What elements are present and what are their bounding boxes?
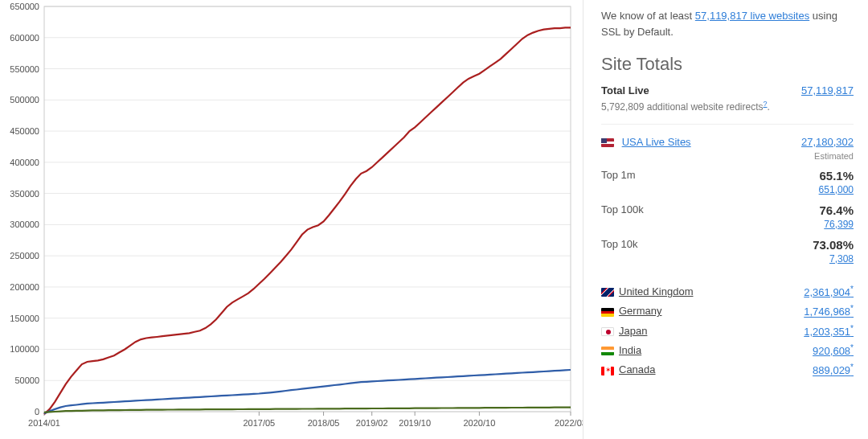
svg-text:2018/05: 2018/05 bbox=[308, 418, 340, 428]
country-row: India920,608* bbox=[601, 343, 854, 357]
redirects-text: 5,792,809 additional website redirects?. bbox=[601, 100, 854, 113]
usa-row: USA Live Sites 27,180,302 bbox=[601, 136, 854, 148]
ca-flag-icon bbox=[601, 367, 614, 375]
country-row: Germany1,746,968* bbox=[601, 304, 854, 318]
country-value[interactable]: 2,361,904* bbox=[804, 285, 854, 298]
svg-text:650000: 650000 bbox=[10, 2, 39, 11]
top-1m-block: Top 1m 65.1% 651,000 bbox=[601, 169, 854, 195]
section-title: Site Totals bbox=[601, 54, 854, 75]
country-list: United Kingdom2,361,904*Germany1,746,968… bbox=[601, 285, 854, 377]
top-10k-count[interactable]: 7,308 bbox=[829, 253, 854, 265]
total-live-value[interactable]: 57,119,817 bbox=[801, 84, 854, 96]
total-live-row: Total Live 57,119,817 bbox=[601, 84, 854, 96]
country-value[interactable]: 920,608* bbox=[813, 343, 854, 357]
country-name-wrap: Japan bbox=[601, 325, 647, 337]
svg-text:500000: 500000 bbox=[10, 95, 39, 105]
de-flag-icon bbox=[601, 308, 614, 317]
top-1m-label: Top 1m bbox=[601, 169, 636, 183]
top-100k-label: Top 100k bbox=[601, 203, 644, 217]
us-flag-icon bbox=[601, 138, 614, 147]
svg-text:50000: 50000 bbox=[14, 375, 39, 385]
uk-flag-icon bbox=[601, 288, 614, 297]
intro-prefix: We know of at least bbox=[601, 10, 695, 22]
chart-svg: 0500001000001500002000002500003000003500… bbox=[0, 0, 583, 434]
svg-text:250000: 250000 bbox=[10, 251, 39, 261]
svg-text:2019/02: 2019/02 bbox=[356, 418, 388, 428]
svg-text:2019/10: 2019/10 bbox=[399, 418, 431, 428]
in-flag-icon bbox=[601, 347, 614, 355]
redirects-count: 5,792,809 bbox=[601, 101, 644, 113]
top-10k-percent: 73.08% bbox=[813, 238, 854, 252]
usa-value[interactable]: 27,180,302 bbox=[801, 136, 854, 148]
country-link[interactable]: United Kingdom bbox=[619, 285, 694, 297]
country-row: Canada889,029* bbox=[601, 363, 854, 376]
usa-estimated: Estimated bbox=[601, 151, 854, 161]
top-10k-label: Top 10k bbox=[601, 238, 638, 252]
top-10k-block: Top 10k 73.08% 7,308 bbox=[601, 238, 854, 265]
svg-text:0: 0 bbox=[35, 407, 39, 416]
country-name-wrap: India bbox=[601, 344, 641, 356]
usa-link[interactable]: USA Live Sites bbox=[622, 136, 691, 148]
svg-text:400000: 400000 bbox=[10, 158, 39, 167]
svg-text:150000: 150000 bbox=[10, 314, 39, 323]
series-top-1m bbox=[44, 27, 571, 414]
svg-text:600000: 600000 bbox=[10, 33, 39, 43]
top-100k-block: Top 100k 76.4% 76,399 bbox=[601, 203, 854, 230]
intro-text: We know of at least 57,119,817 live webs… bbox=[601, 8, 854, 39]
svg-text:2022/03: 2022/03 bbox=[555, 418, 583, 428]
svg-text:350000: 350000 bbox=[10, 189, 39, 199]
country-row: United Kingdom2,361,904* bbox=[601, 285, 854, 298]
total-live-label: Total Live bbox=[601, 84, 649, 96]
svg-text:2017/05: 2017/05 bbox=[243, 418, 275, 428]
country-name-wrap: United Kingdom bbox=[601, 285, 694, 297]
separator bbox=[601, 124, 854, 125]
country-value[interactable]: 889,029* bbox=[813, 363, 854, 376]
usage-chart: 0500001000001500002000002500003000003500… bbox=[0, 0, 583, 439]
svg-text:300000: 300000 bbox=[10, 220, 39, 229]
svg-text:200000: 200000 bbox=[10, 282, 39, 292]
country-value[interactable]: 1,746,968* bbox=[804, 304, 854, 318]
top-100k-count[interactable]: 76,399 bbox=[824, 219, 854, 230]
country-value[interactable]: 1,203,351* bbox=[804, 324, 854, 338]
jp-flag-icon bbox=[601, 327, 614, 336]
side-panel: We know of at least 57,119,817 live webs… bbox=[583, 0, 868, 439]
svg-text:550000: 550000 bbox=[10, 64, 39, 74]
usa-label-wrap: USA Live Sites bbox=[601, 136, 691, 148]
country-row: Japan1,203,351* bbox=[601, 324, 854, 338]
svg-text:2014/01: 2014/01 bbox=[28, 418, 60, 428]
top-1m-count[interactable]: 651,000 bbox=[819, 184, 854, 195]
country-link[interactable]: Canada bbox=[619, 363, 656, 375]
country-link[interactable]: Japan bbox=[619, 325, 647, 337]
country-link[interactable]: India bbox=[619, 344, 641, 356]
intro-count-link[interactable]: 57,119,817 live websites bbox=[695, 10, 809, 22]
svg-text:450000: 450000 bbox=[10, 126, 39, 136]
redirects-label: additional website redirects bbox=[644, 101, 763, 113]
redirects-help-link[interactable]: ? bbox=[763, 100, 767, 108]
top-100k-percent: 76.4% bbox=[819, 203, 854, 217]
top-1m-percent: 65.1% bbox=[819, 169, 854, 183]
svg-text:2020/10: 2020/10 bbox=[463, 418, 495, 428]
country-name-wrap: Germany bbox=[601, 305, 661, 317]
country-link[interactable]: Germany bbox=[619, 305, 661, 317]
svg-text:100000: 100000 bbox=[10, 344, 39, 354]
country-name-wrap: Canada bbox=[601, 363, 656, 375]
